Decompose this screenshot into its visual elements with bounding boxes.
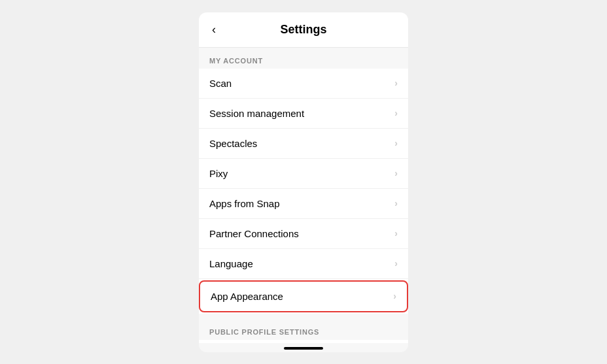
menu-group-public-profile: Elia Raza Settings › — [199, 340, 408, 343]
page-title: Settings — [280, 23, 326, 37]
chevron-icon: › — [394, 228, 398, 239]
menu-item-apps-from-snap[interactable]: Apps from Snap › — [199, 189, 408, 219]
chevron-icon: › — [393, 291, 396, 301]
menu-item-session-management[interactable]: Session management › — [199, 99, 408, 129]
chevron-icon: › — [394, 78, 398, 88]
menu-item-scan[interactable]: Scan › — [199, 69, 408, 99]
menu-item-session-management-label: Session management — [209, 108, 304, 119]
phone-container: ‹ Settings MY ACCOUNT Scan › Session man… — [0, 0, 607, 364]
header: ‹ Settings — [199, 12, 408, 48]
chevron-icon: › — [394, 198, 398, 208]
section-label-public-profile: PUBLIC PROFILE SETTINGS — [199, 319, 408, 340]
menu-item-apps-from-snap-label: Apps from Snap — [209, 198, 280, 209]
menu-item-partner-connections-label: Partner Connections — [209, 228, 299, 239]
chevron-icon: › — [394, 108, 398, 118]
chevron-icon: › — [394, 168, 398, 178]
menu-item-pixy-label: Pixy — [209, 168, 228, 179]
back-button[interactable]: ‹ — [209, 20, 218, 39]
menu-item-app-appearance[interactable]: App Appearance › — [199, 280, 408, 312]
menu-item-language[interactable]: Language › — [199, 249, 408, 279]
chevron-icon: › — [394, 138, 398, 148]
settings-panel: ‹ Settings MY ACCOUNT Scan › Session man… — [199, 12, 408, 352]
menu-item-pixy[interactable]: Pixy › — [199, 159, 408, 189]
section-label-my-account: MY ACCOUNT — [199, 48, 408, 69]
chevron-icon: › — [394, 258, 398, 269]
bottom-bar — [284, 347, 323, 350]
menu-group-my-account: Scan › Session management › Spectacles ›… — [199, 69, 408, 314]
menu-item-app-appearance-label: App Appearance — [211, 291, 283, 302]
content-area: MY ACCOUNT Scan › Session management › S… — [199, 48, 408, 343]
menu-item-spectacles[interactable]: Spectacles › — [199, 129, 408, 159]
menu-item-scan-label: Scan — [209, 78, 232, 89]
menu-item-language-label: Language — [209, 258, 253, 269]
menu-item-spectacles-label: Spectacles — [209, 138, 257, 149]
menu-item-partner-connections[interactable]: Partner Connections › — [199, 219, 408, 249]
menu-item-elia-raza[interactable]: Elia Raza Settings › — [199, 340, 408, 343]
section-public-profile: PUBLIC PROFILE SETTINGS Elia Raza Settin… — [199, 319, 408, 343]
section-my-account: MY ACCOUNT Scan › Session management › S… — [199, 48, 408, 314]
